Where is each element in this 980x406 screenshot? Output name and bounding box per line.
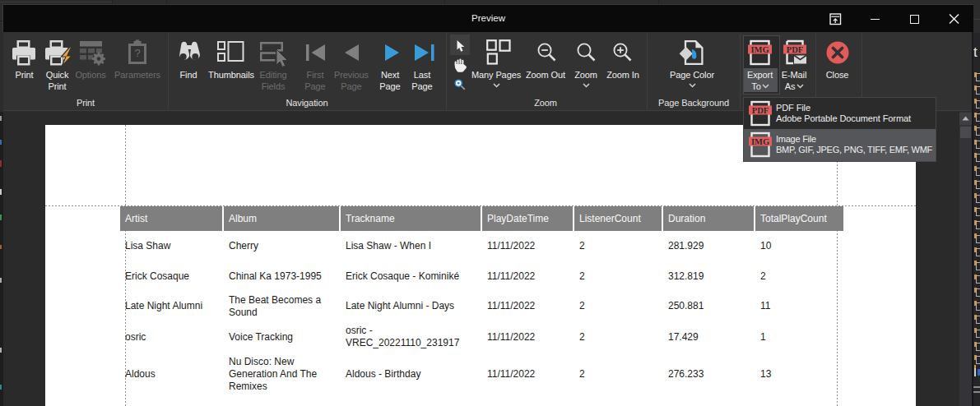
svg-text:IMG: IMG (751, 137, 769, 146)
svg-text:IMG: IMG (750, 45, 769, 54)
svg-text:?: ? (134, 47, 140, 59)
svg-text:PDF: PDF (752, 106, 769, 115)
svg-text:PDF: PDF (787, 45, 803, 54)
